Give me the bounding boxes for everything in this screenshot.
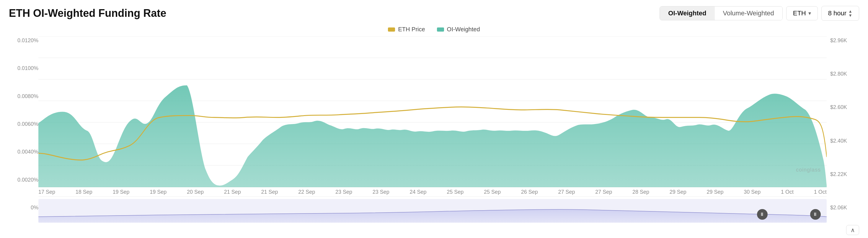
y-axis-right-label: $2.40K — [830, 138, 859, 144]
y-axis-right-label: $2.96K — [830, 37, 859, 44]
y-axis-right-label: $2.22K — [830, 171, 859, 177]
x-axis-label: 27 Sep — [558, 189, 575, 195]
legend-color-eth-price — [388, 27, 395, 32]
x-axis-label: 23 Sep — [373, 189, 390, 195]
y-axis-left-label: 0.0040% — [9, 149, 38, 155]
y-axis-left-label: 0.0080% — [9, 93, 38, 99]
chart-wrapper: coinglass 17 Sep18 Sep19 Sep19 Sep20 Sep… — [38, 36, 827, 197]
y-axis-left-label: 0.0100% — [9, 65, 38, 71]
tab-oi-weighted[interactable]: OI-Weighted — [660, 6, 714, 20]
x-axis-label: 1 Oct — [814, 189, 827, 195]
legend-item-eth-price: ETH Price — [388, 26, 425, 33]
chevron-down-icon: ▾ — [808, 10, 811, 17]
x-axis-label: 29 Sep — [707, 189, 724, 195]
x-axis-label: 19 Sep — [113, 189, 130, 195]
chevron-up-icon: ∧ — [850, 227, 855, 234]
y-axis-left-label: 0.0020% — [9, 177, 38, 183]
x-axis-label: 25 Sep — [447, 189, 464, 195]
x-axis-label: 19 Sep — [150, 189, 166, 195]
x-axis-label: 21 Sep — [224, 189, 241, 195]
controls: OI-Weighted Volume-Weighted ETH ▾ 8 hour… — [659, 6, 859, 21]
x-axis-label: 23 Sep — [335, 189, 352, 195]
interval-selector[interactable]: 8 hour ▲ ▼ — [822, 6, 859, 21]
y-axis-left-label: 0.0060% — [9, 121, 38, 127]
x-axis-label: 18 Sep — [75, 189, 92, 195]
main-chart: coinglass — [38, 36, 827, 187]
chart-title: ETH OI-Weighted Funding Rate — [9, 7, 166, 20]
watermark: coinglass — [796, 167, 821, 173]
bottom-row: ∧ — [9, 222, 859, 235]
tab-volume-weighted[interactable]: Volume-Weighted — [715, 6, 782, 20]
legend-label-eth-price: ETH Price — [398, 26, 425, 33]
x-axis-label: 29 Sep — [670, 189, 686, 195]
x-axis-label: 20 Sep — [187, 189, 204, 195]
legend: ETH Price OI-Weighted — [9, 26, 859, 33]
x-axis-label: 24 Sep — [410, 189, 427, 195]
x-axis-label: 26 Sep — [521, 189, 538, 195]
y-axis-left-label: 0.0120% — [9, 37, 38, 44]
x-axis-label: 27 Sep — [595, 189, 612, 195]
x-axis-label: 30 Sep — [744, 189, 761, 195]
x-axis-label: 25 Sep — [484, 189, 501, 195]
y-axis-left-label: 0% — [9, 205, 38, 211]
x-axis-label: 21 Sep — [261, 189, 278, 195]
chart-area: 0.0120%0.0100%0.0080%0.0060%0.0040%0.002… — [9, 36, 859, 222]
asset-selector[interactable]: ETH ▾ — [786, 6, 818, 20]
pause-button-right[interactable]: ⏸ — [810, 209, 821, 220]
x-axis-label: 1 Oct — [781, 189, 794, 195]
x-axis: 17 Sep18 Sep19 Sep19 Sep20 Sep21 Sep21 S… — [38, 187, 827, 196]
x-axis-label: 17 Sep — [38, 189, 55, 195]
y-axis-right: $2.96K$2.80K$2.60K$2.40K$2.22K$2.06K — [827, 36, 859, 222]
legend-label-oi-weighted: OI-Weighted — [447, 26, 480, 33]
pause-icon-left: ⏸ — [760, 212, 765, 217]
y-axis-right-label: $2.80K — [830, 71, 859, 77]
legend-item-oi-weighted: OI-Weighted — [437, 26, 480, 33]
pause-icon-right: ⏸ — [813, 212, 818, 217]
x-axis-label: 22 Sep — [298, 189, 315, 195]
collapse-button[interactable]: ∧ — [846, 225, 859, 235]
y-axis-right-label: $2.06K — [830, 205, 859, 211]
tab-group: OI-Weighted Volume-Weighted — [659, 6, 782, 20]
header-row: ETH OI-Weighted Funding Rate OI-Weighted… — [9, 6, 859, 21]
main-container: ETH OI-Weighted Funding Rate OI-Weighted… — [0, 0, 868, 238]
pause-button-left[interactable]: ⏸ — [757, 209, 768, 220]
y-axis-left: 0.0120%0.0100%0.0080%0.0060%0.0040%0.002… — [9, 36, 38, 222]
updown-arrows-icon: ▲ ▼ — [848, 9, 852, 18]
y-axis-right-label: $2.60K — [830, 104, 859, 111]
x-axis-label: 28 Sep — [632, 189, 649, 195]
mini-chart[interactable]: ⏸ ⏸ — [38, 199, 827, 222]
legend-color-oi-weighted — [437, 27, 444, 32]
